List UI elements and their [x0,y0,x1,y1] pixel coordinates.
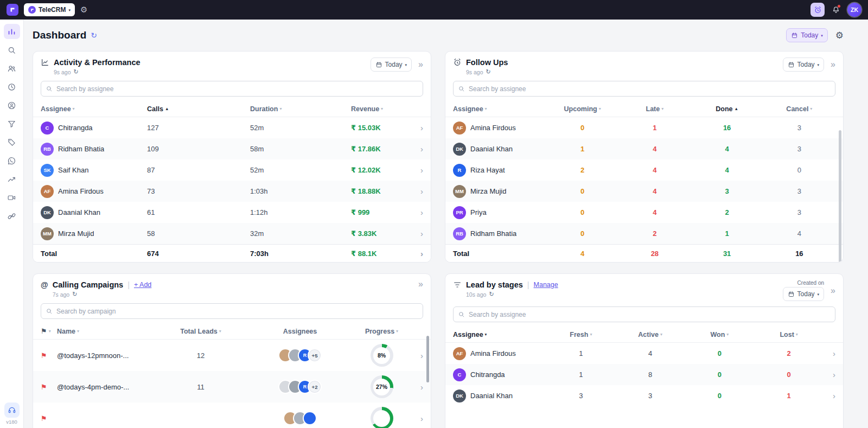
search-input[interactable] [41,303,423,319]
avatar: R [453,164,466,177]
user-avatar[interactable]: ZK [847,3,861,17]
table-row[interactable]: CChitrangda 127 52m ₹ 15.03K › [33,117,431,138]
follow-ups-card: Follow Ups 9s ago↻ Today▾ » [445,51,844,263]
expand-card-icon[interactable]: » [831,286,835,295]
expand-card-icon[interactable]: » [831,60,835,69]
app-logo-icon [7,4,18,16]
column-header-lost[interactable]: Lost▾ [754,331,824,338]
total-row[interactable]: Total 674 7:03h ₹ 88.1K › [33,244,431,263]
support-button[interactable] [4,403,20,418]
column-header-name[interactable]: Name▾ [57,328,152,335]
sidebar-item-meetings[interactable] [4,190,20,205]
column-header-done[interactable]: Done▲ [691,105,763,113]
workspace-switcher[interactable]: TeleCRM ▾ [24,3,75,16]
table-row[interactable]: AFAmina Firdous 0 1 16 3 [445,117,843,138]
table-row[interactable]: ⚑ @todays-4pm-demo-... 11 R +2 27% › [33,371,431,403]
refresh-icon[interactable]: ↻ [486,68,491,75]
table-row[interactable]: DKDaanial Khan 3 3 0 1 › [445,385,843,406]
chevron-right-icon[interactable]: › [413,208,423,217]
flag-icon: ⚑ [41,414,57,423]
chevron-right-icon[interactable]: › [824,370,835,379]
column-header-fresh[interactable]: Fresh▾ [546,331,616,338]
chevron-right-icon[interactable]: › [824,391,835,400]
chevron-right-icon[interactable]: › [413,229,423,238]
column-header-assignee[interactable]: Assignee▾ [41,105,147,113]
expand-card-icon[interactable]: » [418,60,423,69]
table-row[interactable]: SKSaif Khan 87 52m ₹ 12.02K › [33,159,431,181]
add-campaign-link[interactable]: + Add [134,280,151,290]
column-header-assignee[interactable]: Assignee▾ [453,331,546,338]
table-row[interactable]: RBRidham Bhatia 109 58m ₹ 17.86K › [33,138,431,159]
search-input[interactable] [453,81,835,97]
table-row[interactable]: DKDaanial Khan 61 1:12h ₹ 999 › [33,202,431,223]
column-header-progress[interactable]: Progress▾ [351,328,412,335]
global-date-filter-chip[interactable]: Today ▾ [786,28,828,42]
table-row[interactable]: DKDaanial Khan 1 4 4 3 [445,138,843,159]
chevron-right-icon[interactable]: › [413,144,423,154]
late-value: 4 [618,145,691,153]
search-input[interactable] [453,306,835,322]
column-header-assignee[interactable]: Assignee▾ [453,105,546,113]
column-header-duration[interactable]: Duration▾ [250,105,351,113]
table-row[interactable]: RRiza Hayat 2 4 4 0 [445,159,843,181]
column-header-calls[interactable]: Calls▲ [147,105,250,113]
workspace-settings-icon[interactable]: ⚙ [80,5,87,15]
table-row[interactable]: AFAmina Firdous 73 1:03h ₹ 18.88K › [33,181,431,202]
search-input[interactable] [41,81,423,97]
chevron-right-icon[interactable]: › [413,123,423,132]
column-header-late[interactable]: Late▾ [618,105,691,113]
scrollbar[interactable] [426,336,429,382]
assignee-name: Daanial Khan [470,392,513,400]
date-filter-chip[interactable]: Today▾ [783,287,825,301]
refresh-icon[interactable]: ↻ [72,291,77,298]
table-row[interactable]: CChitrangda 1 8 0 0 › [445,364,843,385]
avatar: C [41,122,54,135]
total-row: Total 4 28 31 16 [445,244,843,263]
refresh-icon[interactable]: ↻ [91,31,97,40]
refresh-icon[interactable]: ↻ [74,68,79,75]
done-value: 4 [691,166,763,174]
column-header-upcoming[interactable]: Upcoming▾ [546,105,618,113]
column-header-won[interactable]: Won▾ [685,331,755,338]
sidebar-item-contacts[interactable] [4,61,20,76]
table-row[interactable]: MMMirza Mujid 58 32m ₹ 3.83K › [33,223,431,244]
date-filter-chip[interactable]: Today▾ [371,58,412,72]
column-header-flag[interactable]: ⚑▾ [41,327,57,335]
chevron-right-icon[interactable]: › [412,351,423,360]
manage-stages-link[interactable]: Manage [534,280,558,290]
sidebar-item-history[interactable] [4,79,20,94]
sidebar-item-search[interactable] [4,42,20,58]
table-row[interactable]: MMMirza Mujid 0 4 3 3 [445,181,843,202]
chevron-right-icon[interactable]: › [413,165,423,175]
sidebar-item-tags[interactable] [4,135,20,150]
table-row[interactable]: ⚑ › [33,403,431,428]
chevron-right-icon[interactable]: › [824,349,835,358]
date-filter-chip[interactable]: Today▾ [783,58,825,72]
sidebar-item-integrations[interactable] [4,208,20,223]
table-row[interactable]: AFAmina Firdous 1 4 0 2 › [445,343,843,364]
table-row[interactable]: RBRidham Bhatia 0 2 1 4 [445,223,843,244]
column-header-active[interactable]: Active▾ [616,331,685,338]
sidebar-item-customers[interactable] [4,98,20,113]
sidebar-item-whatsapp[interactable] [4,153,20,168]
expand-card-icon[interactable]: » [418,280,423,289]
table-row[interactable]: ⚑ @todays-12pmnoon-... 12 R +5 8% › [33,340,431,371]
reminders-button[interactable] [810,3,825,17]
column-header-cancel[interactable]: Cancel▾ [763,105,835,113]
chevron-right-icon[interactable]: › [412,382,423,392]
chevron-right-icon[interactable]: › [413,187,423,196]
dashboard-settings-icon[interactable]: ⚙ [835,30,844,41]
sidebar-item-analytics[interactable] [4,171,20,187]
chevron-right-icon[interactable]: › [412,414,423,423]
page-title: Dashboard ↻ [33,29,97,41]
notifications-button[interactable] [832,5,840,14]
extra-assignees-count: +2 [308,380,322,394]
scrollbar[interactable] [839,130,841,263]
column-header-revenue[interactable]: Revenue▾ [351,105,413,113]
table-row[interactable]: PRPriya 0 4 2 3 [445,202,843,223]
sidebar-item-pipeline[interactable] [4,116,20,131]
column-header-total-leads[interactable]: Total Leads▾ [152,328,249,335]
sidebar-item-dashboard[interactable] [4,24,20,39]
refresh-icon[interactable]: ↻ [489,291,494,298]
chevron-right-icon[interactable]: › [413,249,423,258]
